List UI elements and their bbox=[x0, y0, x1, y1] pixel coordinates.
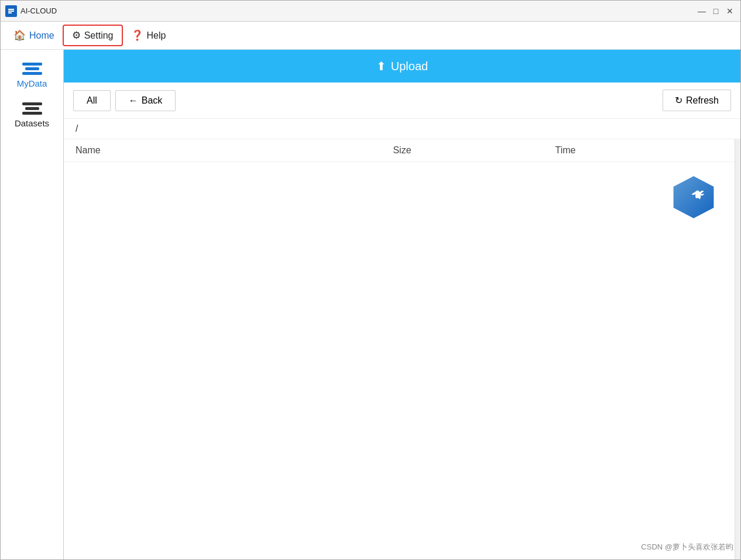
datasets-icon bbox=[22, 102, 42, 115]
setting-icon: ⚙ bbox=[72, 29, 81, 42]
maximize-button[interactable]: □ bbox=[710, 5, 722, 17]
toolbar-right: ↻ Refresh bbox=[663, 90, 731, 111]
sidebar-mydata-label: MyData bbox=[17, 78, 47, 88]
breadcrumb: / bbox=[64, 119, 740, 139]
upload-text: ⬆ Upload bbox=[376, 59, 428, 73]
svg-rect-1 bbox=[8, 9, 14, 10]
menu-setting[interactable]: ⚙ Setting bbox=[63, 25, 123, 46]
sidebar-item-datasets[interactable]: Datasets bbox=[1, 95, 63, 135]
title-bar: AI-CLOUD — □ ✕ bbox=[1, 1, 740, 22]
scrollbar[interactable] bbox=[735, 139, 740, 559]
main-layout: MyData Datasets ⬆ Upload bbox=[1, 50, 740, 559]
menu-help[interactable]: ❓ Help bbox=[123, 26, 174, 45]
back-icon: ← bbox=[129, 95, 138, 106]
toolbar: All ← Back ↻ Refresh bbox=[64, 83, 740, 119]
bird-logo bbox=[670, 174, 717, 223]
col-name-header: Name bbox=[76, 145, 321, 156]
svg-marker-4 bbox=[674, 176, 714, 218]
col-size-header: Size bbox=[321, 145, 484, 156]
home-icon: 🏠 bbox=[13, 29, 26, 42]
toolbar-left: All ← Back bbox=[73, 90, 176, 111]
app-icon bbox=[5, 5, 17, 17]
close-button[interactable]: ✕ bbox=[724, 5, 736, 17]
window-controls: — □ ✕ bbox=[696, 5, 736, 17]
table-header: Name Size Time bbox=[64, 139, 740, 162]
watermark: CSDN @萝卜头喜欢张若昀 bbox=[641, 542, 733, 552]
sidebar-item-mydata[interactable]: MyData bbox=[1, 56, 63, 95]
table-body bbox=[64, 162, 740, 455]
menu-home-label: Home bbox=[29, 30, 54, 41]
refresh-button[interactable]: ↻ Refresh bbox=[663, 90, 731, 111]
sidebar: MyData Datasets bbox=[1, 50, 64, 559]
sidebar-datasets-label: Datasets bbox=[15, 118, 49, 128]
title-bar-left: AI-CLOUD bbox=[5, 5, 57, 17]
back-button[interactable]: ← Back bbox=[115, 90, 176, 111]
help-icon: ❓ bbox=[131, 29, 143, 42]
all-button[interactable]: All bbox=[73, 90, 111, 111]
minimize-button[interactable]: — bbox=[696, 5, 708, 17]
menu-bar: 🏠 Home ⚙ Setting ❓ Help bbox=[1, 22, 740, 50]
file-table: Name Size Time bbox=[64, 139, 740, 559]
content-area: ⬆ Upload All ← Back ↻ Refresh bbox=[64, 50, 740, 559]
menu-home[interactable]: 🏠 Home bbox=[5, 26, 63, 45]
app-title: AI-CLOUD bbox=[20, 6, 57, 15]
svg-rect-3 bbox=[8, 12, 12, 13]
col-time-header: Time bbox=[484, 145, 647, 156]
menu-setting-label: Setting bbox=[84, 30, 114, 41]
refresh-icon: ↻ bbox=[675, 95, 682, 106]
main-window: AI-CLOUD — □ ✕ 🏠 Home ⚙ Setting ❓ Help bbox=[0, 0, 741, 560]
upload-icon: ⬆ bbox=[376, 59, 386, 73]
menu-help-label: Help bbox=[147, 30, 166, 41]
upload-bar[interactable]: ⬆ Upload bbox=[64, 50, 740, 83]
svg-rect-2 bbox=[8, 11, 14, 12]
mydata-icon bbox=[22, 63, 42, 75]
